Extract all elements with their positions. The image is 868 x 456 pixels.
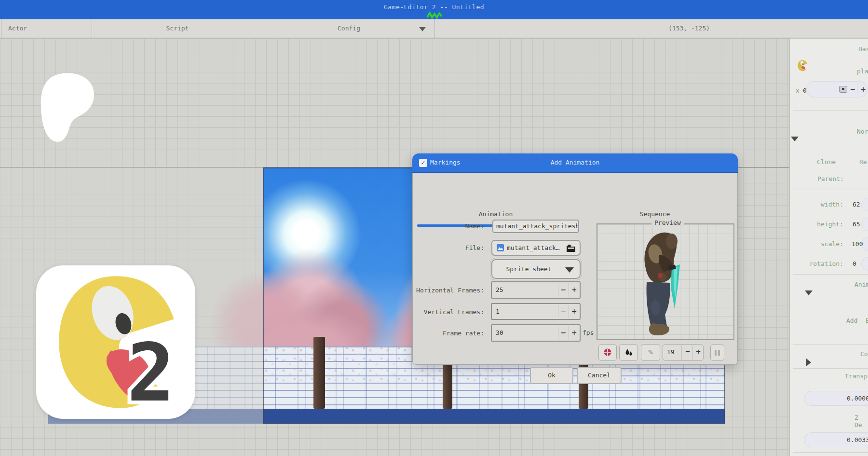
transparency-value: 0.0000 <box>847 391 868 405</box>
zdepth-value: 0.0033 <box>847 433 868 447</box>
name-value: mutant_attack_spritesh <box>496 221 579 232</box>
clone-button[interactable]: Clone <box>817 158 836 166</box>
open-file-icon[interactable] <box>566 244 576 252</box>
height-label: height: <box>790 221 843 228</box>
vframes-minus-button[interactable]: − <box>558 304 568 319</box>
chevron-down-icon <box>419 27 426 31</box>
remove-button[interactable]: Re <box>859 158 867 166</box>
patreon-logo <box>36 72 100 144</box>
section-basic-label[interactable]: Bas <box>858 45 868 53</box>
fps-unit-label: fps <box>583 324 594 342</box>
window-title: Game-Editor 2 -- Untitled <box>0 3 868 11</box>
center-point-button[interactable] <box>598 344 617 361</box>
vframes-stepper[interactable]: 1 − + <box>491 303 581 320</box>
hframes-plus-button[interactable]: + <box>569 282 579 297</box>
mutant-sprite <box>630 225 688 337</box>
hframes-stepper[interactable]: 25 − + <box>491 281 581 299</box>
chevron-down-icon <box>565 267 574 273</box>
pause-button[interactable] <box>710 344 724 361</box>
frame-count-value: 19 <box>667 345 675 359</box>
menu-config-label: Config <box>338 25 360 32</box>
width-value: 62 <box>853 201 860 208</box>
add-animation-button[interactable]: Add <box>846 317 857 324</box>
section-color-label[interactable]: Col <box>860 350 868 358</box>
framerate-minus-button[interactable]: − <box>558 325 568 340</box>
image-icon <box>497 244 504 251</box>
animation-type-select[interactable]: Sprite sheet <box>491 259 581 279</box>
window-titlebar: Game-Editor 2 -- Untitled <box>0 0 868 19</box>
menu-config[interactable]: Config <box>263 19 434 38</box>
game-editor2-logo: 2 <box>36 265 195 419</box>
actor-properties-panel: Bas pla x 0 − + Nor Clone Re Parent: wid… <box>789 39 868 456</box>
menu-actor[interactable]: Actor <box>1 19 92 38</box>
vframes-plus-button[interactable]: + <box>569 304 579 319</box>
keyboard-input-icon[interactable] <box>839 86 847 93</box>
scale-label: scale: <box>790 240 843 248</box>
preview-label: Preview <box>651 219 684 226</box>
x-minus-button[interactable]: − <box>850 82 855 97</box>
zdepth-slider[interactable]: 0.0033 <box>804 432 868 447</box>
transparency-label: Transp <box>845 373 868 380</box>
svg-text:2: 2 <box>127 327 175 419</box>
dialog-titlebar[interactable]: ✓ Markings Add Animation <box>412 153 738 173</box>
vframes-label: Vertical Frames: <box>413 308 484 316</box>
pacman2-icon: 2 <box>36 265 195 419</box>
collapse-arrow-icon[interactable] <box>791 137 799 141</box>
transparency-color-button[interactable] <box>619 344 638 361</box>
x-coordinate-stepper[interactable]: − + <box>806 81 868 97</box>
name-input[interactable]: mutant_attack_spritesh <box>492 220 579 233</box>
animation-type-value: Sprite sheet <box>492 260 565 278</box>
edit-animation-button[interactable]: E <box>866 317 868 324</box>
cursor-coordinates: (153, -125) <box>668 19 710 38</box>
name-label: Name: <box>413 222 484 230</box>
framerate-value: 30 <box>496 325 503 341</box>
menu-script[interactable]: Script <box>92 19 263 38</box>
file-value: mutant_attack… <box>507 241 560 255</box>
coords-cell: (153, -125) <box>434 19 868 38</box>
rotation-value: 0 <box>853 260 856 267</box>
animation-preview <box>597 223 734 340</box>
hframes-value: 25 <box>496 282 503 298</box>
framerate-label: Frame rate: <box>413 330 484 337</box>
edit-sprite-button[interactable]: ✎ <box>641 344 660 361</box>
collapse-arrow-icon[interactable] <box>805 290 813 295</box>
actor-thumbnail-icon[interactable] <box>796 59 809 72</box>
parent-label[interactable]: Parent: <box>817 175 844 182</box>
framerate-plus-button[interactable]: + <box>569 325 579 340</box>
dialog-title: Add Animation <box>412 153 738 173</box>
vframes-value: 1 <box>496 304 500 319</box>
pause-icon <box>715 350 717 356</box>
width-label: width: <box>790 201 843 208</box>
section-animation-label[interactable]: Anim <box>854 281 868 288</box>
menubar: Actor Script Config (153, -125) <box>0 19 868 39</box>
frame-minus-button[interactable]: − <box>683 345 692 359</box>
transparency-slider[interactable]: 0.0000 <box>804 391 868 406</box>
rotation-label: rotation: <box>790 260 843 267</box>
frame-plus-button[interactable]: + <box>693 345 703 359</box>
height-value: 65 <box>853 221 860 228</box>
hframes-minus-button[interactable]: − <box>558 282 568 297</box>
zdepth-label: Z De <box>854 414 868 428</box>
behavior-label[interactable]: pla <box>857 68 868 75</box>
frame-stepper[interactable]: 19 − + <box>663 344 704 361</box>
activity-zigzag-icon <box>426 12 443 19</box>
framerate-stepper[interactable]: 30 − + <box>491 324 581 342</box>
x-coordinate-label: x <box>796 87 800 94</box>
file-input[interactable]: mutant_attack… <box>491 240 581 256</box>
pencil-icon: ✎ <box>648 347 653 357</box>
x-plus-button[interactable]: + <box>861 82 866 97</box>
add-animation-dialog: ✓ Markings Add Animation Animation Seque… <box>412 153 738 365</box>
cancel-button[interactable]: Cancel <box>577 367 622 384</box>
target-icon <box>603 348 612 357</box>
ok-button[interactable]: Ok <box>530 367 573 384</box>
expand-arrow-icon[interactable] <box>806 359 811 366</box>
hframes-label: Horizontal Frames: <box>413 287 484 294</box>
section-normal-label[interactable]: Nor <box>857 128 868 135</box>
scale-value: 100 <box>852 240 863 248</box>
dialog-body: Animation Sequence Name: mutant_attack_s… <box>412 173 738 365</box>
ink-drops-icon <box>624 348 633 357</box>
file-label: File: <box>413 244 484 251</box>
